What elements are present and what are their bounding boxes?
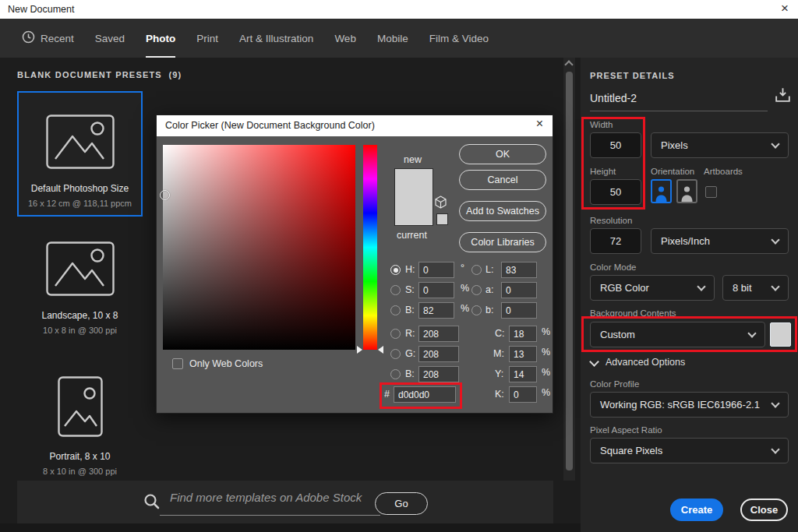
presets-scrollbar[interactable] xyxy=(563,58,575,481)
lab-l-radio[interactable] xyxy=(471,265,482,275)
preset-details-header: PRESET DETAILS xyxy=(590,71,675,80)
tab-label: Mobile xyxy=(377,33,408,44)
scrollbar-up-icon[interactable] xyxy=(564,60,573,69)
hue-slider-left-arrow-icon[interactable] xyxy=(357,346,362,354)
go-button[interactable]: Go xyxy=(375,492,428,515)
green-radio[interactable] xyxy=(390,349,401,359)
lab-b-radio[interactable] xyxy=(471,305,482,315)
gamut-color-swatch[interactable] xyxy=(436,213,448,225)
hex-field[interactable] xyxy=(394,386,456,403)
advanced-options-chevron-icon[interactable] xyxy=(589,357,599,367)
new-current-color-swatch xyxy=(394,168,433,226)
preset-details-panel: PRESET DETAILS Untitled-2 Width Pixels H… xyxy=(581,58,798,532)
saturation-label: S: xyxy=(405,284,415,295)
gamut-cube-icon[interactable] xyxy=(434,196,447,212)
height-field[interactable] xyxy=(590,179,641,205)
tab-saved[interactable]: Saved xyxy=(95,19,125,58)
background-color-swatch[interactable] xyxy=(770,322,791,347)
black-field[interactable] xyxy=(509,386,537,403)
chevron-down-icon xyxy=(771,445,779,453)
save-preset-icon[interactable] xyxy=(773,85,793,107)
hue-radio[interactable] xyxy=(390,265,401,275)
window-close-icon[interactable]: × xyxy=(781,1,789,16)
pixel-aspect-ratio-dropdown[interactable]: Square Pixels xyxy=(590,438,789,463)
close-button[interactable]: Close xyxy=(740,499,788,521)
preset-card-default-photoshop-size[interactable]: Default Photoshop Size 16 x 12 cm @ 118,… xyxy=(17,91,143,217)
preset-details-text: 10 x 8 in @ 300 ppi xyxy=(43,326,117,335)
resolution-unit-dropdown[interactable]: Pixels/Inch xyxy=(651,228,789,254)
lab-l-field[interactable] xyxy=(501,262,537,278)
preset-card-landscape-10x8[interactable]: Landscape, 10 x 8 10 x 8 in @ 300 ppi xyxy=(17,232,143,349)
tab-print[interactable]: Print xyxy=(196,19,218,58)
blue-radio[interactable] xyxy=(390,369,401,379)
create-button[interactable]: Create xyxy=(670,499,723,521)
hue-field[interactable] xyxy=(418,262,454,278)
bit-depth-dropdown[interactable]: 8 bit xyxy=(722,275,789,301)
current-color-label: current xyxy=(397,230,427,241)
tab-art-illustration[interactable]: Art & Illustration xyxy=(239,19,313,58)
color-libraries-button[interactable]: Color Libraries xyxy=(459,232,546,252)
pixel-aspect-ratio-label: Pixel Aspect Ratio xyxy=(590,425,662,435)
tab-recent[interactable]: Recent xyxy=(22,19,74,58)
black-unit: % xyxy=(542,387,550,398)
width-field[interactable] xyxy=(590,132,641,158)
brightness-field[interactable] xyxy=(418,302,454,319)
color-mode-value: RGB Color xyxy=(600,282,649,294)
preset-name: Default Photoshop Size xyxy=(31,183,129,194)
width-label: Width xyxy=(590,120,613,129)
saturation-brightness-field[interactable] xyxy=(163,145,355,350)
green-label: G: xyxy=(405,348,415,359)
presets-header-label: BLANK DOCUMENT PRESETS xyxy=(17,70,162,79)
green-field[interactable] xyxy=(418,346,459,362)
color-field-marker[interactable] xyxy=(160,190,170,200)
add-to-swatches-button[interactable]: Add to Swatches xyxy=(459,201,546,221)
yellow-field[interactable] xyxy=(509,366,537,382)
chevron-down-icon xyxy=(697,282,705,291)
lab-a-radio[interactable] xyxy=(471,285,482,295)
search-underline xyxy=(160,515,380,516)
color-picker-titlebar: Color Picker (New Document Background Co… xyxy=(157,115,553,136)
document-name-input[interactable]: Untitled-2 xyxy=(590,92,637,104)
background-contents-dropdown[interactable]: Custom xyxy=(590,322,765,347)
brightness-radio[interactable] xyxy=(390,305,401,315)
color-mode-dropdown[interactable]: RGB Color xyxy=(590,275,715,301)
color-picker-close-icon[interactable]: × xyxy=(536,117,543,131)
saturation-field[interactable] xyxy=(418,282,454,298)
magenta-label: M: xyxy=(493,348,504,359)
only-web-colors-label: Only Web Colors xyxy=(189,358,263,369)
clock-icon xyxy=(22,30,35,46)
ok-button[interactable]: OK xyxy=(459,144,546,164)
red-radio[interactable] xyxy=(390,329,401,339)
hue-slider-right-arrow-icon[interactable] xyxy=(378,346,383,354)
lab-a-field[interactable] xyxy=(501,282,537,298)
artboards-checkbox[interactable] xyxy=(705,186,717,198)
tab-label: Art & Illustration xyxy=(239,33,313,44)
search-input[interactable]: Find more templates on Adobe Stock xyxy=(170,491,362,504)
tab-web[interactable]: Web xyxy=(334,19,356,58)
color-profile-dropdown[interactable]: Working RGB: sRGB IEC61966-2.1 xyxy=(590,392,789,417)
tab-mobile[interactable]: Mobile xyxy=(377,19,408,58)
orientation-landscape-button[interactable] xyxy=(676,179,697,203)
tab-photo[interactable]: Photo xyxy=(146,19,175,58)
saturation-unit: % xyxy=(461,283,469,294)
resolution-field[interactable] xyxy=(590,228,641,254)
adobe-stock-search-bar: Find more templates on Adobe Stock Go xyxy=(17,481,553,523)
tab-film-video[interactable]: Film & Video xyxy=(429,19,489,58)
chevron-down-icon xyxy=(771,139,779,148)
scrollbar-thumb[interactable] xyxy=(566,72,573,470)
hue-slider[interactable] xyxy=(363,145,377,350)
magenta-field[interactable] xyxy=(509,346,537,362)
red-field[interactable] xyxy=(418,326,459,342)
preset-card-portrait-8x10[interactable]: Portrait, 8 x 10 8 x 10 in @ 300 ppi xyxy=(17,376,143,493)
cancel-button[interactable]: Cancel xyxy=(459,170,546,190)
cyan-label: C: xyxy=(495,328,505,339)
saturation-radio[interactable] xyxy=(390,285,401,295)
cyan-field[interactable] xyxy=(509,326,537,342)
preset-name: Landscape, 10 x 8 xyxy=(41,310,118,321)
orientation-portrait-button[interactable] xyxy=(651,179,672,203)
advanced-options-toggle[interactable]: Advanced Options xyxy=(606,357,685,368)
units-dropdown[interactable]: Pixels xyxy=(651,132,789,158)
blue-field[interactable] xyxy=(418,366,459,382)
only-web-colors-checkbox[interactable] xyxy=(172,358,183,369)
lab-b-field[interactable] xyxy=(501,302,537,319)
